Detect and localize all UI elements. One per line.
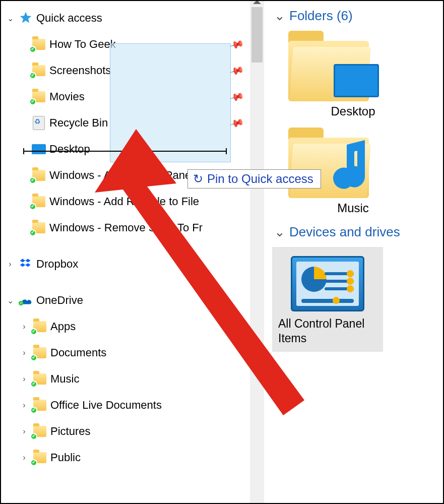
nav-label: Quick access <box>36 12 102 25</box>
chevron-right-icon[interactable]: › <box>5 260 15 269</box>
nav-label: Apps <box>50 320 76 333</box>
nav-label: Public <box>50 451 81 464</box>
devices-section-header[interactable]: ⌄ Devices and drives <box>274 224 444 240</box>
chevron-down-icon[interactable]: ⌄ <box>5 296 15 305</box>
svg-text:✓: ✓ <box>20 301 23 305</box>
device-label: All Control Panel Items <box>278 317 377 346</box>
chevron-right-icon[interactable]: › <box>19 374 29 384</box>
folder-icon <box>32 319 47 334</box>
nav-label: Music <box>50 372 79 386</box>
folder-icon <box>32 398 47 413</box>
chevron-right-icon[interactable]: › <box>19 322 29 331</box>
nav-scrollbar[interactable] <box>250 1 264 503</box>
onedrive-icon: ✓ <box>18 293 33 308</box>
chevron-right-icon[interactable]: › <box>19 401 29 410</box>
nav-item-apps[interactable]: › Apps <box>2 313 248 340</box>
drag-tooltip: ↻ Pin to Quick access <box>187 169 321 188</box>
nav-label: OneDrive <box>36 294 83 307</box>
quick-access-star-icon <box>18 11 33 26</box>
nav-label: Screenshots <box>49 64 111 77</box>
folder-icon <box>32 424 47 439</box>
tooltip-text: Pin to Quick access <box>207 172 313 186</box>
drop-insert-indicator <box>23 151 227 152</box>
device-tile-control-panel[interactable]: All Control Panel Items <box>272 247 383 352</box>
folder-icon <box>32 345 47 360</box>
chevron-right-icon[interactable]: › <box>19 453 29 462</box>
nav-label: Pictures <box>50 425 90 438</box>
folder-label: Music <box>268 201 444 215</box>
nav-quick-access[interactable]: ⌄ Quick access <box>2 5 248 31</box>
section-label: Folders (6) <box>289 8 353 24</box>
nav-dropbox[interactable]: › Dropbox <box>2 251 248 277</box>
folder-icon <box>31 89 46 104</box>
dropbox-icon <box>18 257 33 272</box>
drag-ghost <box>110 43 231 162</box>
folder-icon <box>32 371 47 387</box>
folder-icon <box>31 37 46 52</box>
folder-icon <box>32 450 47 465</box>
section-label: Devices and drives <box>289 224 400 240</box>
music-note-icon <box>332 136 380 199</box>
desktop-icon <box>31 142 46 157</box>
nav-label: Windows - Add Control Panel <box>49 169 194 182</box>
chevron-right-icon[interactable]: › <box>19 348 29 357</box>
scroll-thumb[interactable] <box>251 7 263 62</box>
chevron-down-icon: ⌄ <box>274 8 285 24</box>
folder-label: Desktop <box>268 104 444 118</box>
recycle-bin-icon <box>31 115 46 131</box>
nav-label: Office Live Documents <box>50 399 162 412</box>
nav-label: Dropbox <box>36 258 78 271</box>
folders-section-header[interactable]: ⌄ Folders (6) <box>274 8 444 24</box>
folder-icon <box>31 220 46 235</box>
nav-item-public[interactable]: › Public <box>2 445 248 471</box>
nav-item-pictures[interactable]: › Pictures <box>2 418 248 445</box>
chevron-down-icon[interactable]: ⌄ <box>5 14 15 23</box>
scroll-up-icon[interactable] <box>253 0 261 4</box>
nav-item-win-sendto[interactable]: Windows - Remove Send To Fr <box>2 215 248 241</box>
nav-label: Windows - Add Recycle to File <box>49 195 199 208</box>
nav-label: Recycle Bin <box>49 116 108 130</box>
chevron-down-icon: ⌄ <box>274 224 285 240</box>
folder-icon <box>31 168 46 183</box>
refresh-icon: ↻ <box>193 172 203 186</box>
nav-label: How To Geek <box>49 38 116 51</box>
folder-tile-desktop[interactable]: Desktop <box>271 31 444 118</box>
content-pane: ⌄ Folders (6) Desktop Music <box>268 1 444 503</box>
nav-label: Documents <box>50 346 106 359</box>
nav-item-music[interactable]: › Music <box>2 366 248 392</box>
monitor-overlay-icon <box>334 64 379 97</box>
nav-item-win-recycle[interactable]: Windows - Add Recycle to File <box>2 188 248 215</box>
nav-item-office-live[interactable]: › Office Live Documents <box>2 392 248 418</box>
nav-label: Movies <box>49 90 85 103</box>
nav-label: Windows - Remove Send To Fr <box>49 221 203 234</box>
control-panel-icon <box>291 256 364 311</box>
chevron-right-icon[interactable]: › <box>19 427 29 436</box>
nav-onedrive[interactable]: ⌄ ✓ OneDrive <box>2 287 248 313</box>
folder-icon <box>31 194 46 209</box>
folder-icon <box>31 63 46 78</box>
nav-label: Desktop <box>49 143 90 156</box>
nav-item-documents[interactable]: › Documents <box>2 340 248 366</box>
